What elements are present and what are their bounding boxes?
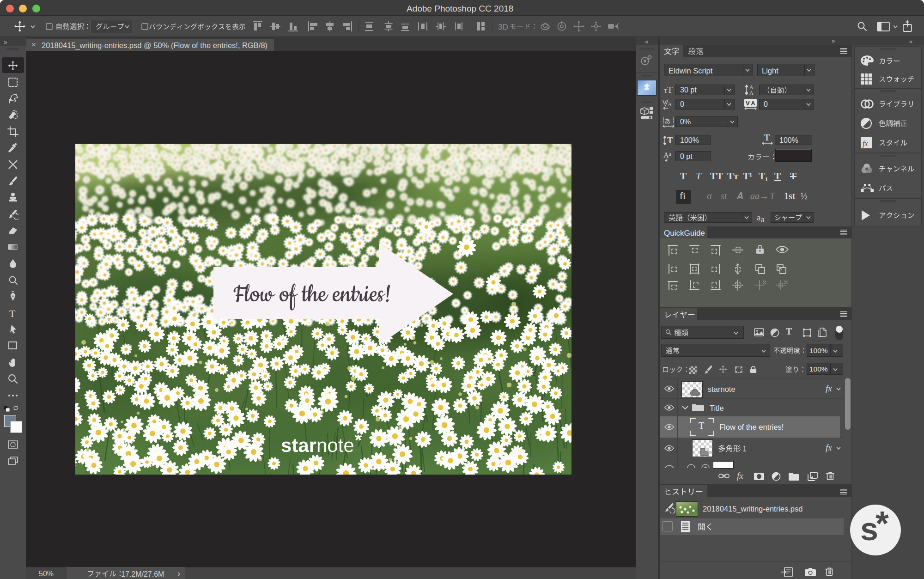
svg-text:A: A [663,151,669,159]
svg-text:a: a [669,151,671,157]
svg-text:T: T [667,135,673,145]
svg-text:T: T [764,134,770,142]
svg-text:A: A [668,101,672,108]
svg-text:fx: fx [863,140,868,148]
svg-text:A: A [749,90,754,96]
